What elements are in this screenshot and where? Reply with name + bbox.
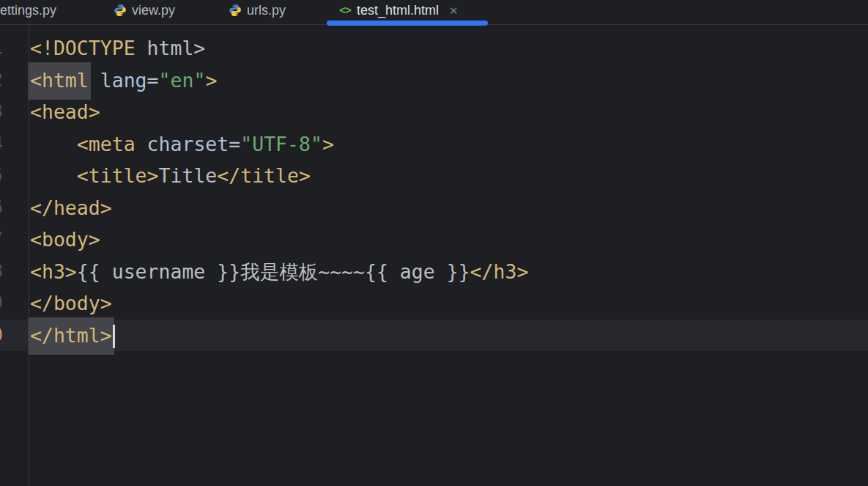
text-caret [113,325,115,348]
line-number: 1 [0,32,3,65]
code-line[interactable]: 3<head> [0,96,868,128]
code-token: lang [100,69,147,92]
code-token: <title> [77,164,159,187]
tab-urls-py[interactable]: urls.py [229,0,286,21]
code-token: </head> [30,196,112,219]
code-line[interactable]: 9</body> [0,287,868,320]
line-number: 5 [0,160,3,192]
tab-label: settings.py [0,3,56,18]
code-line[interactable]: 1<!DOCTYPE html> [0,32,868,65]
code-token: </h3> [470,260,529,283]
active-tab-indicator [327,21,488,26]
code-token: "UTF-8" [240,133,322,155]
matched-tag-highlight: </html> [30,317,112,355]
code-line[interactable]: 2<html lang="en"> [0,65,868,97]
code-line[interactable]: 5 <title>Title</title> [0,160,868,192]
close-tab-icon[interactable]: ✕ [449,5,459,16]
tab-label: test_html.html [357,3,439,18]
line-number: 3 [0,96,3,128]
tab-bar: settings.py view.py urls.py <> test_html… [0,0,868,25]
tab-test-html-html[interactable]: <> test_html.html ✕ [327,0,488,21]
tab-label: urls.py [247,3,286,18]
code-token: "en" [159,69,206,92]
code-token: > [322,133,334,155]
gutter-separator [29,25,29,486]
code-token: Title [159,164,218,187]
code-line[interactable]: 4 <meta charset="UTF-8"> [0,128,868,161]
code-token [30,133,77,155]
code-line-current[interactable]: 10</html> [0,320,868,352]
tab-label: view.py [132,3,175,18]
line-number: 8 [0,256,3,288]
html-file-icon: <> [338,4,352,17]
code-token: <body> [30,228,100,251]
code-token: <meta [77,133,136,155]
code-token: <!DOCTYPE [30,37,136,59]
code-token [30,164,77,187]
tab-view-py[interactable]: view.py [114,0,175,21]
code-token: = [147,69,159,92]
code-line[interactable]: 8<h3>{{ username }}我是模板~~~~{{ age }}</h3… [0,256,868,288]
code-token: html> [136,37,206,59]
code-line[interactable]: 6</head> [0,192,868,224]
code-token: = [229,133,240,155]
line-number: 9 [0,287,3,320]
code-token [89,69,100,92]
line-number: 2 [0,65,3,97]
line-number: 7 [0,224,3,256]
code-editor[interactable]: 1<!DOCTYPE html>2<html lang="en">3<head>… [0,25,868,486]
code-token: {{ username }}我是模板~~~~{{ age }} [77,260,470,283]
matched-tag-highlight: <html [30,62,89,100]
code-token: </title> [217,164,311,187]
code-token: charset [147,133,229,155]
line-number: 6 [0,192,3,224]
line-number: 4 [0,128,3,161]
code-token: <head> [30,100,100,123]
tab-settings-py[interactable]: settings.py [0,0,56,21]
code-token: > [205,69,217,92]
code-token: <h3> [30,260,77,283]
line-number: 10 [0,320,3,352]
code-line[interactable]: 7<body> [0,224,868,256]
code-token [136,133,147,155]
python-file-icon [114,4,127,17]
python-file-icon [229,4,242,17]
code-area: 1<!DOCTYPE html>2<html lang="en">3<head>… [0,32,868,351]
code-token: </body> [30,292,112,314]
